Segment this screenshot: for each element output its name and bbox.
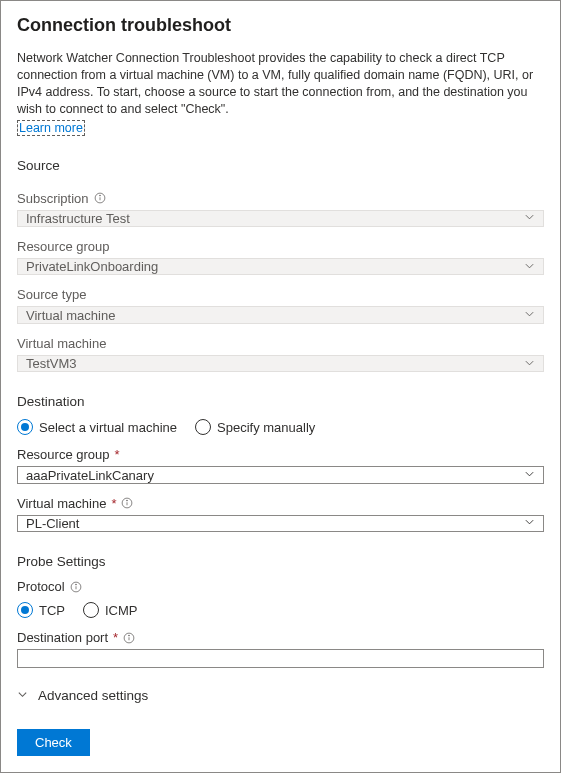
svg-point-2 [99,195,100,196]
chevron-down-icon [17,688,28,703]
svg-point-5 [127,500,128,501]
probe-heading: Probe Settings [17,554,544,569]
info-icon[interactable] [123,632,135,644]
page-title: Connection troubleshoot [17,15,544,36]
select-vm-radio[interactable]: Select a virtual machine [17,419,177,435]
destination-heading: Destination [17,394,544,409]
svg-point-8 [75,584,76,585]
source-heading: Source [17,158,544,173]
radio-icon [195,419,211,435]
chevron-down-icon [524,356,535,371]
source-vm-select[interactable]: TestVM3 [17,355,544,372]
subscription-select[interactable]: Infrastructure Test [17,210,544,227]
source-vm-label: Virtual machine [17,336,544,351]
info-icon[interactable] [94,192,106,204]
chevron-down-icon [524,259,535,274]
dest-vm-label: Virtual machine* [17,496,544,511]
destination-mode-radio-group: Select a virtual machine Specify manuall… [17,419,544,435]
chevron-down-icon [524,516,535,531]
chevron-down-icon [524,308,535,323]
icmp-radio[interactable]: ICMP [83,602,138,618]
info-icon[interactable] [70,581,82,593]
chevron-down-icon [524,468,535,483]
radio-icon [17,419,33,435]
chevron-down-icon [524,211,535,226]
protocol-radio-group: TCP ICMP [17,602,544,618]
protocol-label: Protocol [17,579,544,594]
tcp-radio[interactable]: TCP [17,602,65,618]
radio-icon [17,602,33,618]
dest-resource-group-select[interactable]: aaaPrivateLinkCanary [17,466,544,483]
dest-resource-group-label: Resource group* [17,447,544,462]
learn-more-link[interactable]: Learn more [17,120,85,136]
source-type-select[interactable]: Virtual machine [17,306,544,323]
dest-port-input[interactable] [17,649,544,668]
specify-manually-radio[interactable]: Specify manually [195,419,315,435]
dest-port-label: Destination port* [17,630,544,645]
dest-vm-select[interactable]: PL-Client [17,515,544,532]
subscription-label: Subscription [17,191,544,206]
svg-point-11 [129,635,130,636]
intro-text: Network Watcher Connection Troubleshoot … [17,50,544,118]
advanced-settings-toggle[interactable]: Advanced settings [17,686,544,705]
check-button[interactable]: Check [17,729,90,756]
source-type-label: Source type [17,287,544,302]
source-resource-group-label: Resource group [17,239,544,254]
info-icon[interactable] [121,497,133,509]
radio-icon [83,602,99,618]
source-resource-group-select[interactable]: PrivateLinkOnboarding [17,258,544,275]
